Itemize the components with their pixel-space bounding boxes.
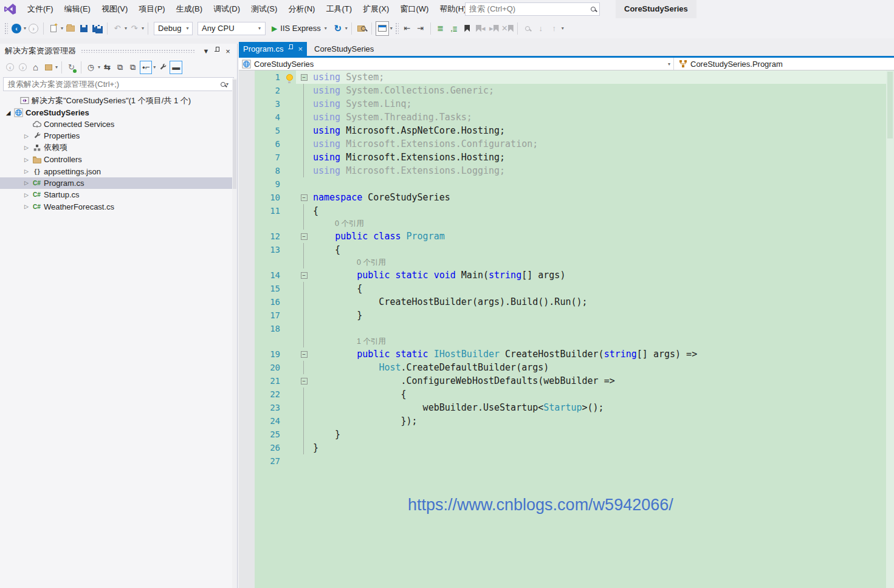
code-line-18[interactable]: 18 [255, 322, 894, 335]
fold-collapse-box[interactable]: − [301, 233, 308, 240]
save-button[interactable] [78, 21, 90, 36]
close-panel-button[interactable]: × [222, 47, 233, 56]
code-line-10[interactable]: 10−namespace CoreStudySeries [255, 191, 894, 204]
undo-dropdown[interactable]: ▾ [125, 26, 127, 31]
fold-collapse-box[interactable]: − [301, 378, 308, 385]
se-switch-views-button[interactable] [43, 61, 54, 74]
menu-item-5[interactable]: 调试(D) [208, 0, 246, 18]
se-home-button[interactable]: ⌂ [30, 61, 41, 74]
tree-item-WeatherForecast.cs[interactable]: ▷C#WeatherForecast.cs [0, 201, 237, 213]
code-line-2[interactable]: 2using System.Collections.Generic; [255, 84, 894, 97]
menu-item-4[interactable]: 生成(B) [171, 0, 208, 18]
redo-button[interactable]: ↷ [128, 21, 140, 36]
navigate-forward-button[interactable]: › [27, 21, 40, 36]
code-line-11[interactable]: 11{ [255, 204, 894, 217]
se-refresh-button[interactable]: ⇆ [101, 61, 113, 74]
tab-pin-icon[interactable] [288, 44, 294, 53]
se-sync-with-active-document-button[interactable]: ⬩⌐ [140, 61, 152, 74]
tree-item-Connected-Services[interactable]: Connected Services [0, 118, 237, 130]
menu-item-7[interactable]: 分析(N) [283, 0, 320, 18]
code-line-20[interactable]: 20 Host.CreateDefaultBuilder(args) [255, 361, 894, 374]
code-line-9[interactable]: 9 [255, 177, 894, 191]
solution-explorer-search-box[interactable]: 搜索解决方案资源管理器(Ctrl+;) ▾ [3, 77, 234, 91]
menu-item-0[interactable]: 文件(F) [22, 0, 59, 18]
code-line-16[interactable]: 16 CreateHostBuilder(args).Build().Run()… [255, 295, 894, 309]
code-editor[interactable]: 1−using System;2using System.Collections… [239, 70, 894, 588]
code-line-7[interactable]: 7using Microsoft.Extensions.Hosting; [255, 151, 894, 164]
solution-configuration-dropdown[interactable]: Debug▾ [154, 22, 193, 35]
code-pane[interactable]: 1−using System;2using System.Collections… [255, 70, 894, 588]
toggle-bookmark-button[interactable] [461, 21, 473, 36]
move-down-button[interactable]: ↓ [535, 21, 547, 36]
browse-with-button[interactable] [376, 21, 389, 36]
code-line-27[interactable]: 27 [255, 454, 894, 468]
refresh-dropdown[interactable]: ▾ [345, 26, 348, 31]
tree-expander[interactable]: ▷ [22, 203, 31, 210]
se-back-button[interactable]: ‹ [4, 61, 16, 74]
navigate-back-button[interactable]: ‹ [10, 21, 22, 36]
code-line-12[interactable]: 12− public class Program [255, 230, 894, 243]
menu-item-8[interactable]: 工具(T) [320, 0, 357, 18]
find-in-files-button[interactable] [356, 21, 368, 36]
tree-item-CoreStudySeries[interactable]: ◢CoreStudySeries [0, 106, 237, 118]
fold-collapse-box[interactable]: − [301, 351, 308, 358]
se-properties-pages-button[interactable]: ⧉ [127, 61, 139, 74]
fold-collapse-box[interactable]: − [301, 194, 308, 201]
toolbar-grip-2[interactable] [395, 22, 399, 35]
solution-platform-dropdown[interactable]: Any CPU▾ [198, 22, 266, 35]
toolbar-overflow-button[interactable]: ▾ [562, 26, 564, 31]
tree-item-Properties[interactable]: ▷Properties [0, 130, 237, 142]
navigate-back-dropdown[interactable]: ▾ [24, 26, 26, 31]
tree-item-Controllers[interactable]: ▷Controllers [0, 154, 237, 165]
fold-collapse-box[interactable]: − [301, 272, 308, 279]
tree-item-appsettings.json[interactable]: ▷{ }appsettings.json [0, 165, 237, 177]
open-file-button[interactable] [64, 21, 77, 36]
sidebar-scrollbar[interactable] [232, 78, 237, 588]
se-properties-button[interactable] [157, 61, 168, 74]
tree-expander[interactable]: ◢ [4, 109, 13, 116]
se-sync-dropdown[interactable]: ▾ [153, 64, 156, 70]
project-dropdown[interactable]: CoreStudySeries ▾ [239, 58, 674, 70]
se-sync-button[interactable]: ↻ [66, 61, 77, 74]
undo-button[interactable]: ↶ [111, 21, 123, 36]
window-position-dropdown[interactable]: ▼ [201, 47, 211, 55]
clear-bookmarks-button[interactable]: ✕ [501, 21, 514, 36]
tree-expander[interactable]: ▷ [22, 145, 31, 151]
symbol-dropdown[interactable]: CoreStudySeries.Program [674, 60, 894, 69]
tree-expander[interactable]: ▷ [22, 157, 31, 163]
menu-item-1[interactable]: 编辑(E) [59, 0, 96, 18]
tree-expander[interactable]: ▷ [22, 133, 31, 139]
codelens-row[interactable]: 0 个引用 [255, 256, 894, 268]
code-line-3[interactable]: 3using System.Linq; [255, 97, 894, 111]
tree-expander[interactable]: ▷ [22, 192, 31, 198]
project-dropdown-caret[interactable]: ▾ [668, 61, 670, 67]
fold-collapse-box[interactable]: − [301, 74, 308, 81]
toolbar-grip[interactable] [4, 22, 8, 35]
menu-item-9[interactable]: 扩展(X) [357, 0, 394, 18]
tab-close-icon[interactable]: × [298, 44, 303, 53]
tree-item-Program.cs[interactable]: ▷C#Program.cs [0, 177, 237, 189]
code-line-1[interactable]: 1−using System; [255, 70, 894, 84]
code-line-4[interactable]: 4using System.Threading.Tasks; [255, 111, 894, 124]
code-line-23[interactable]: 23 webBuilder.UseStartup<Startup>(); [255, 401, 894, 414]
solution-explorer-header[interactable]: 解决方案资源管理器 ▼ × [0, 44, 237, 58]
code-line-17[interactable]: 17 } [255, 309, 894, 322]
code-line-14[interactable]: 14− public static void Main(string[] arg… [255, 268, 894, 282]
pin-panel-button[interactable] [211, 47, 222, 55]
menu-item-6[interactable]: 测试(S) [246, 0, 283, 18]
previous-bookmark-button[interactable]: ◂ [475, 21, 487, 36]
code-line-15[interactable]: 15 { [255, 282, 894, 295]
code-line-21[interactable]: 21− .ConfigureWebHostDefaults(webBuilder… [255, 374, 894, 388]
code-line-6[interactable]: 6using Microsoft.Extensions.Configuratio… [255, 137, 894, 151]
code-line-22[interactable]: 22 { [255, 388, 894, 401]
editor-scrollbar[interactable] [886, 70, 894, 588]
new-file-dropdown[interactable]: ▾ [61, 26, 63, 31]
se-forward-button[interactable]: › [17, 61, 29, 74]
redo-dropdown[interactable]: ▾ [142, 26, 144, 31]
code-line-25[interactable]: 25 } [255, 428, 894, 441]
tree-item--CoreStudySeries-1-1-[interactable]: 解决方案"CoreStudySeries"(1 个项目/共 1 个) [0, 95, 237, 106]
codelens-row[interactable]: 0 个引用 [255, 217, 894, 230]
menu-item-2[interactable]: 视图(V) [96, 0, 133, 18]
breakpoint-margin[interactable] [239, 70, 255, 588]
codelens-row[interactable]: 1 个引用 [255, 335, 894, 347]
